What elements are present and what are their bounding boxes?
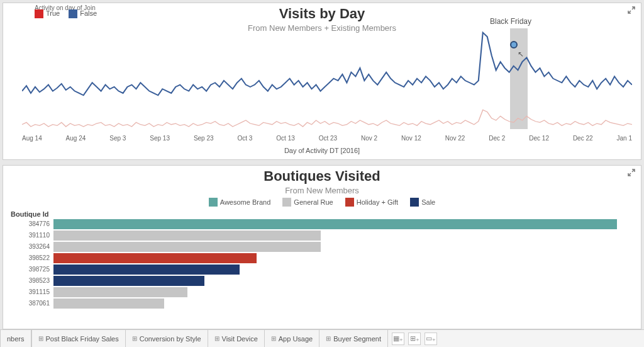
sale-swatch — [410, 198, 419, 207]
bar-rows: 3847763911103932643985223987253985233911… — [9, 219, 635, 309]
line-plot-area[interactable] — [22, 28, 632, 133]
bar[interactable] — [53, 230, 321, 241]
cursor-icon: ↖ — [518, 50, 524, 59]
bar-row: 391110 — [9, 230, 635, 241]
x-tick: Sep 13 — [150, 135, 170, 142]
tab-label: Buyer Segment — [333, 335, 381, 343]
x-tick: Dec 22 — [573, 135, 593, 142]
new-sheet-icon[interactable]: ▦₊ — [392, 333, 404, 345]
bar-label: 391110 — [9, 230, 53, 241]
bar-row: 398522 — [9, 253, 635, 263]
selected-point-marker[interactable] — [510, 41, 518, 48]
tab-conversion-by-style[interactable]: ⊞Conversion by Style — [126, 330, 208, 347]
sheet-icon: ⊞ — [214, 335, 219, 342]
series-false[interactable] — [22, 33, 632, 96]
bar-track — [53, 287, 635, 297]
bar-label: 398522 — [9, 253, 53, 263]
bar[interactable] — [53, 287, 187, 297]
x-tick: Aug 24 — [66, 135, 86, 142]
bar-label: 398523 — [9, 276, 53, 286]
bar[interactable] — [53, 242, 321, 252]
black-friday-annotation: Black Friday — [490, 17, 531, 26]
visits-by-day-panel: Activity on day of Join True False Visit… — [3, 3, 641, 160]
legend-holiday[interactable]: Holiday + Gift — [345, 198, 398, 207]
x-tick: Aug 14 — [22, 135, 42, 142]
legend-sale-label: Sale — [421, 198, 435, 206]
sheet-icon: ⊞ — [271, 335, 276, 342]
legend-holiday-label: Holiday + Gift — [357, 198, 398, 206]
dashboard: Activity on day of Join True False Visit… — [0, 0, 644, 329]
bar[interactable] — [53, 265, 240, 275]
true-swatch — [35, 9, 43, 18]
tab-controls: ▦₊ ⊞₊ ▭₊ — [392, 333, 437, 345]
expand-icon[interactable] — [627, 6, 636, 14]
general-swatch — [282, 198, 291, 207]
x-tick: Nov 12 — [401, 135, 421, 142]
tab-buyer-segment[interactable]: ⊞Buyer Segment — [319, 330, 388, 347]
bar-legend: Awesome Brand General Rue Holiday + Gift… — [9, 198, 635, 208]
bar-track — [53, 242, 635, 252]
bar-label: 384776 — [9, 219, 53, 229]
boutiques-visited-panel: Boutiques Visited From New Members Aweso… — [3, 165, 641, 329]
bar[interactable] — [53, 219, 617, 229]
line-chart-svg — [22, 28, 632, 133]
x-tick: Oct 23 — [319, 135, 337, 142]
legend-general[interactable]: General Rue — [282, 198, 333, 207]
true-false-legend: True False — [35, 9, 97, 18]
bar[interactable] — [53, 253, 257, 263]
tab-post-black-friday-sales[interactable]: ⊞Post Black Friday Sales — [31, 330, 126, 347]
bar-track — [53, 276, 635, 286]
tab-label: Conversion by Style — [140, 335, 201, 343]
legend-awesome-label: Awesome Brand — [220, 198, 271, 206]
tab-label: Visit Device — [222, 335, 258, 343]
sheet-tab-strip: nbers ⊞Post Black Friday Sales⊞Conversio… — [0, 329, 644, 347]
new-dashboard-icon[interactable]: ⊞₊ — [408, 333, 421, 345]
bar[interactable] — [53, 299, 164, 309]
bar-row: 398725 — [9, 265, 635, 275]
boutique-id-axis-label: Boutique Id — [11, 210, 635, 218]
legend-awesome[interactable]: Awesome Brand — [209, 198, 271, 207]
x-tick: Dec 12 — [529, 135, 549, 142]
expand-icon[interactable] — [627, 168, 636, 177]
bar-track — [53, 230, 635, 241]
tab-truncated[interactable]: nbers — [0, 330, 31, 347]
x-tick: Oct 3 — [237, 135, 252, 142]
x-ticks: Aug 14Aug 24Sep 3Sep 13Sep 23Oct 3Oct 13… — [22, 135, 632, 142]
bar-label: 398725 — [9, 265, 53, 275]
tab-label: App Usage — [279, 335, 313, 343]
x-tick: Dec 2 — [489, 135, 505, 142]
sheet-icon: ⊞ — [326, 335, 331, 342]
series-true[interactable] — [22, 110, 632, 127]
boutiques-subtitle: From New Members — [9, 186, 635, 195]
bar-label: 393264 — [9, 242, 53, 252]
bar-label: 387061 — [9, 299, 53, 309]
legend-false-label: False — [80, 9, 97, 17]
bar[interactable] — [53, 276, 204, 286]
sheet-icon: ⊞ — [132, 335, 137, 342]
bar-row: 384776 — [9, 219, 635, 229]
tab-truncated-label: nbers — [7, 335, 25, 343]
legend-false-item[interactable]: False — [69, 9, 97, 18]
legend-true-item[interactable]: True — [35, 9, 60, 18]
bar-row: 398523 — [9, 276, 635, 286]
tab-app-usage[interactable]: ⊞App Usage — [265, 330, 319, 347]
visits-title: Visits by Day — [9, 6, 635, 22]
awesome-swatch — [209, 198, 218, 207]
x-tick: Sep 3 — [109, 135, 126, 142]
bar-track — [53, 253, 635, 263]
legend-general-label: General Rue — [294, 198, 333, 206]
new-story-icon[interactable]: ▭₊ — [425, 333, 437, 345]
bar-label: 391115 — [9, 287, 53, 297]
false-swatch — [69, 9, 77, 18]
boutiques-title: Boutiques Visited — [9, 168, 635, 185]
bar-track — [53, 265, 635, 275]
x-tick: Sep 23 — [194, 135, 214, 142]
legend-true-label: True — [46, 9, 60, 17]
x-tick: Oct 13 — [276, 135, 294, 142]
x-axis-title: Day of Activity DT [2016] — [3, 147, 641, 154]
legend-sale[interactable]: Sale — [410, 198, 435, 207]
tab-label: Post Black Friday Sales — [46, 335, 119, 343]
x-tick: Nov 22 — [445, 135, 465, 142]
bar-track — [53, 219, 635, 229]
tab-visit-device[interactable]: ⊞Visit Device — [208, 330, 265, 347]
